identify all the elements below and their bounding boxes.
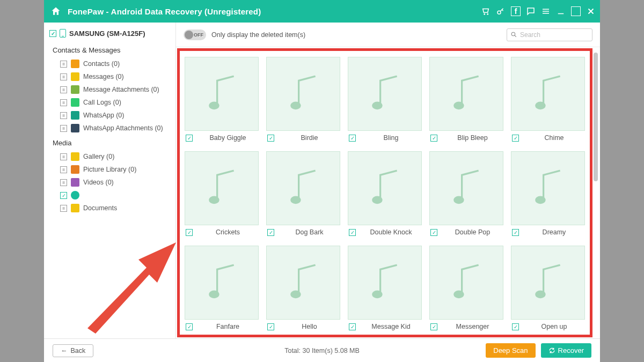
svg-point-7	[209, 196, 219, 204]
file-tile[interactable]: Blip Bleep	[429, 57, 503, 142]
device-checkbox[interactable]	[49, 30, 56, 37]
file-tile[interactable]: Hello	[266, 246, 340, 330]
file-name: Baby Giggle	[197, 134, 259, 142]
file-checkbox[interactable]	[267, 323, 274, 330]
back-arrow-icon: ←	[61, 347, 68, 354]
category-icon	[71, 165, 79, 174]
item-checkbox[interactable]: II	[60, 86, 67, 93]
item-checkbox[interactable]: II	[60, 73, 67, 80]
sidebar-item[interactable]: IICall Logs (0)	[49, 96, 171, 109]
sidebar-item[interactable]: IIWhatsApp Attachments (0)	[49, 122, 171, 135]
music-note-icon	[526, 261, 570, 305]
sidebar-item[interactable]: IIPicture Library (0)	[49, 163, 171, 176]
item-checkbox[interactable]: II	[60, 125, 67, 132]
music-note-icon	[444, 261, 488, 305]
scrollbar[interactable]	[594, 53, 598, 181]
item-checkbox[interactable]	[60, 192, 67, 199]
feedback-icon[interactable]	[526, 6, 536, 16]
file-checkbox[interactable]	[349, 135, 356, 142]
file-tile[interactable]: Fanfare	[185, 246, 259, 330]
group-media-heading: Media	[53, 139, 171, 147]
key-icon[interactable]	[496, 6, 506, 16]
file-checkbox[interactable]	[512, 229, 519, 236]
file-name: Dog Bark	[279, 228, 340, 236]
file-tile[interactable]: Baby Giggle	[185, 57, 259, 142]
music-note-icon	[444, 166, 488, 210]
sidebar-item[interactable]: IIDocuments	[49, 202, 171, 215]
home-button[interactable]	[48, 4, 63, 19]
svg-point-9	[372, 196, 383, 204]
svg-point-1	[511, 32, 515, 35]
file-checkbox[interactable]	[186, 135, 193, 142]
file-checkbox[interactable]	[186, 323, 193, 330]
file-checkbox[interactable]	[512, 135, 519, 142]
file-thumbnail	[429, 246, 503, 320]
file-checkbox[interactable]	[349, 229, 356, 236]
file-checkbox[interactable]	[349, 323, 356, 330]
sidebar-item[interactable]: IIContacts (0)	[49, 57, 171, 70]
file-tile[interactable]: Birdie	[266, 57, 340, 142]
deleted-only-toggle[interactable]: OFF	[184, 29, 206, 40]
file-checkbox[interactable]	[430, 135, 437, 142]
file-tile[interactable]: Dreamy	[511, 151, 585, 236]
file-thumbnail	[348, 57, 422, 131]
file-tile[interactable]: Dog Bark	[266, 151, 340, 236]
item-checkbox[interactable]: II	[60, 166, 67, 173]
cart-icon[interactable]	[481, 6, 491, 16]
svg-point-3	[290, 102, 301, 110]
file-tile[interactable]: Double Pop	[429, 151, 503, 236]
music-note-icon	[526, 72, 570, 116]
file-tile[interactable]: Message Kid	[348, 246, 422, 330]
item-checkbox[interactable]: II	[60, 61, 67, 68]
item-checkbox[interactable]: II	[60, 205, 67, 212]
sidebar-item-label: Message Attachments (0)	[83, 86, 159, 93]
file-tile[interactable]: Open up	[511, 246, 585, 330]
category-icon	[71, 60, 79, 68]
file-checkbox[interactable]	[267, 229, 274, 236]
sidebar-item[interactable]: IIWhatsApp (0)	[49, 109, 171, 122]
file-checkbox[interactable]	[267, 135, 274, 142]
search-input[interactable]: Search	[507, 28, 592, 41]
file-thumbnail	[348, 246, 422, 320]
deep-scan-button[interactable]: Deep Scan	[486, 343, 535, 358]
file-tile[interactable]: Crickets	[185, 151, 259, 236]
sidebar-item[interactable]: IIVideos (0)	[49, 176, 171, 189]
maximize-button[interactable]	[571, 6, 581, 16]
file-tile[interactable]: Bling	[348, 57, 422, 142]
sidebar-item[interactable]	[49, 189, 171, 202]
sidebar: SAMSUNG (SM-A125F) Contacts & Messages I…	[44, 23, 176, 338]
item-checkbox[interactable]: II	[60, 153, 67, 160]
svg-point-6	[535, 102, 546, 110]
footer: ← Back Total: 30 Item(s) 5.08 MB Deep Sc…	[44, 338, 600, 362]
file-checkbox[interactable]	[430, 323, 437, 330]
search-icon	[510, 31, 517, 38]
file-thumbnail	[429, 151, 503, 225]
recover-button[interactable]: Recover	[541, 343, 591, 358]
close-button[interactable]	[586, 6, 596, 16]
sidebar-item[interactable]: IIGallery (0)	[49, 150, 171, 163]
file-thumbnail	[185, 57, 259, 131]
facebook-icon[interactable]: f	[511, 6, 521, 16]
file-checkbox[interactable]	[186, 229, 193, 236]
sidebar-item[interactable]: IIMessage Attachments (0)	[49, 83, 171, 96]
back-button[interactable]: ← Back	[53, 344, 93, 357]
music-note-icon	[444, 72, 488, 116]
file-tile[interactable]: Double Knock	[348, 151, 422, 236]
file-checkbox[interactable]	[512, 323, 519, 330]
file-tile[interactable]: Messenger	[429, 246, 503, 330]
minimize-button[interactable]	[556, 6, 566, 16]
item-checkbox[interactable]: II	[60, 99, 67, 106]
file-checkbox[interactable]	[430, 229, 437, 236]
music-note-icon	[281, 261, 325, 305]
svg-point-14	[372, 291, 383, 299]
sidebar-item[interactable]: IIMessages (0)	[49, 70, 171, 83]
file-tile[interactable]: Chime	[511, 57, 585, 142]
svg-point-16	[535, 291, 546, 299]
item-checkbox[interactable]: II	[60, 112, 67, 119]
item-checkbox[interactable]: II	[60, 179, 67, 186]
svg-point-10	[453, 196, 464, 204]
device-row[interactable]: SAMSUNG (SM-A125F)	[49, 27, 171, 42]
menu-icon[interactable]	[541, 6, 551, 16]
device-name: SAMSUNG (SM-A125F)	[69, 29, 145, 38]
phone-icon	[60, 29, 66, 38]
